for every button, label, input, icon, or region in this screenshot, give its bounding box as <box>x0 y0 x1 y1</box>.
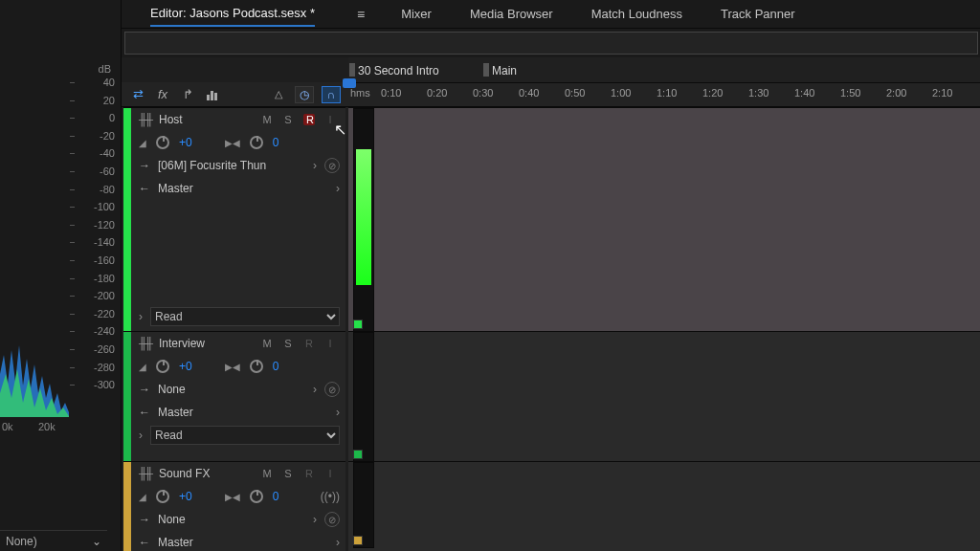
lane-host[interactable] <box>348 107 980 331</box>
mute-button[interactable]: M <box>261 468 273 479</box>
db-unit-label: dB <box>99 63 111 75</box>
pan-knob[interactable] <box>250 136 263 149</box>
input-chevron-icon[interactable]: › <box>313 513 317 526</box>
volume-knob[interactable] <box>156 490 169 503</box>
solo-button[interactable]: S <box>282 468 294 479</box>
output-arrow-icon <box>139 536 150 549</box>
marker-main[interactable]: Main <box>492 64 517 77</box>
monitor-headphones-button[interactable]: ∩ <box>322 86 341 103</box>
track-color-chip[interactable] <box>353 536 363 545</box>
output-chevron-icon[interactable]: › <box>336 406 340 419</box>
automation-expand-icon[interactable]: › <box>139 429 143 442</box>
track-color-stripe[interactable] <box>123 462 131 551</box>
arm-record-button[interactable]: R <box>303 468 315 479</box>
ruler-tick: 1:10 <box>657 87 677 99</box>
db-label: -220 <box>94 308 115 320</box>
panel-menu-icon[interactable]: ≡ <box>357 7 365 22</box>
marker-30s-intro[interactable]: 30 Second Intro <box>358 64 439 77</box>
solo-button[interactable]: S <box>282 114 294 125</box>
sends-icon[interactable]: ↱ <box>179 86 196 103</box>
warning-icon[interactable]: △ <box>270 86 287 103</box>
db-label: -160 <box>94 254 115 266</box>
db-label: -40 <box>100 147 115 159</box>
track-name[interactable]: Host <box>159 113 254 126</box>
db-label: -280 <box>94 362 115 373</box>
track-input[interactable]: [06M] Focusrite Thun <box>158 159 305 172</box>
volume-meter-icon: ◢ <box>139 492 146 502</box>
tab-media-browser[interactable]: Media Browser <box>468 3 555 25</box>
automation-mode-select[interactable]: Read <box>150 307 340 326</box>
track-header-sound-fx: ╫╫Sound FXMSRI◢+0▶◀0((•))None›⊘Master››R… <box>123 461 345 551</box>
track-output[interactable]: Master <box>158 182 328 195</box>
volume-value[interactable]: +0 <box>179 490 192 503</box>
swap-icon[interactable]: ⇄ <box>129 86 146 103</box>
track-name[interactable]: Interview <box>159 337 254 350</box>
multitrack-editor: 30 Second Intro Main ⇄ fx ↱ △ ◷ ∩ hms 0:… <box>122 57 980 551</box>
multitrack-icon: ╫╫ <box>139 337 151 350</box>
timeline-lanes[interactable] <box>348 107 980 551</box>
search-bar[interactable] <box>124 32 978 55</box>
output-arrow-icon <box>139 182 150 195</box>
metronome-button[interactable]: ◷ <box>295 86 314 103</box>
volume-knob[interactable] <box>156 136 169 149</box>
arm-record-button[interactable]: R <box>303 338 315 349</box>
volume-value[interactable]: +0 <box>179 360 192 373</box>
solo-button[interactable]: S <box>282 338 294 349</box>
input-phase-button[interactable]: ⊘ <box>324 158 340 173</box>
svg-rect-1 <box>207 95 210 100</box>
time-ruler[interactable]: hms 0:100:200:300:400:501:001:101:201:30… <box>348 82 980 107</box>
volume-value[interactable]: +0 <box>179 136 192 149</box>
tab-track-panner[interactable]: Track Panner <box>719 3 797 25</box>
volume-knob[interactable] <box>156 360 169 373</box>
input-chevron-icon[interactable]: › <box>313 383 317 396</box>
arm-record-button[interactable]: R <box>303 114 315 125</box>
pan-icon: ▶◀ <box>225 138 240 148</box>
track-header-interview: ╫╫InterviewMSRI◢+0▶◀0None›⊘Master››Read <box>123 331 345 461</box>
tab-match-loudness[interactable]: Match Loudness <box>590 3 684 25</box>
track-output[interactable]: Master <box>158 536 328 549</box>
db-label: -140 <box>94 236 115 248</box>
marker-strip[interactable]: 30 Second Intro Main <box>348 57 980 82</box>
svg-rect-2 <box>211 91 213 100</box>
track-color-stripe[interactable] <box>123 108 131 331</box>
pan-knob[interactable] <box>250 490 263 503</box>
lane-interview[interactable] <box>348 331 980 461</box>
lane-soundfx[interactable] <box>348 461 980 551</box>
chevron-down-icon: ⌄ <box>92 535 101 548</box>
track-input[interactable]: None <box>158 513 305 526</box>
automation-expand-icon[interactable]: › <box>139 310 143 323</box>
track-color-chip[interactable] <box>353 320 363 329</box>
marker-flag-icon[interactable] <box>483 63 489 77</box>
db-label: 0 <box>109 112 115 123</box>
input-phase-button[interactable]: ⊘ <box>324 512 340 527</box>
track-color-stripe[interactable] <box>123 332 131 461</box>
mute-button[interactable]: M <box>261 338 273 349</box>
ruler-unit: hms <box>350 87 370 99</box>
monitor-input-button[interactable]: I <box>324 468 336 479</box>
left-panel-dropdown[interactable]: None) ⌄ <box>0 530 107 551</box>
pan-value[interactable]: 0 <box>273 136 279 149</box>
volume-meter-icon: ◢ <box>139 362 146 372</box>
marker-flag-icon[interactable] <box>349 63 355 77</box>
track-color-chip[interactable] <box>353 450 363 459</box>
output-chevron-icon[interactable]: › <box>336 182 340 195</box>
automation-mode-select[interactable]: Read <box>150 426 340 445</box>
eq-bars-icon[interactable] <box>204 86 221 103</box>
track-output[interactable]: Master <box>158 406 328 419</box>
monitor-input-button[interactable]: I <box>324 338 336 349</box>
pan-value[interactable]: 0 <box>273 360 279 373</box>
track-name[interactable]: Sound FX <box>159 467 254 480</box>
pan-knob[interactable] <box>250 360 263 373</box>
input-phase-button[interactable]: ⊘ <box>324 382 340 397</box>
track-input[interactable]: None <box>158 383 305 396</box>
input-chevron-icon[interactable]: › <box>313 159 317 172</box>
volume-meter-icon: ◢ <box>139 138 146 148</box>
playhead-handle[interactable] <box>343 78 356 88</box>
stereo-icon[interactable]: ((•)) <box>321 490 340 503</box>
mute-button[interactable]: M <box>261 114 273 125</box>
output-chevron-icon[interactable]: › <box>336 536 340 549</box>
pan-value[interactable]: 0 <box>273 490 279 503</box>
editor-tab[interactable]: Editor: Jasons Podcast.sesx * <box>150 6 315 27</box>
fx-icon[interactable]: fx <box>154 86 171 103</box>
tab-mixer[interactable]: Mixer <box>399 3 434 25</box>
